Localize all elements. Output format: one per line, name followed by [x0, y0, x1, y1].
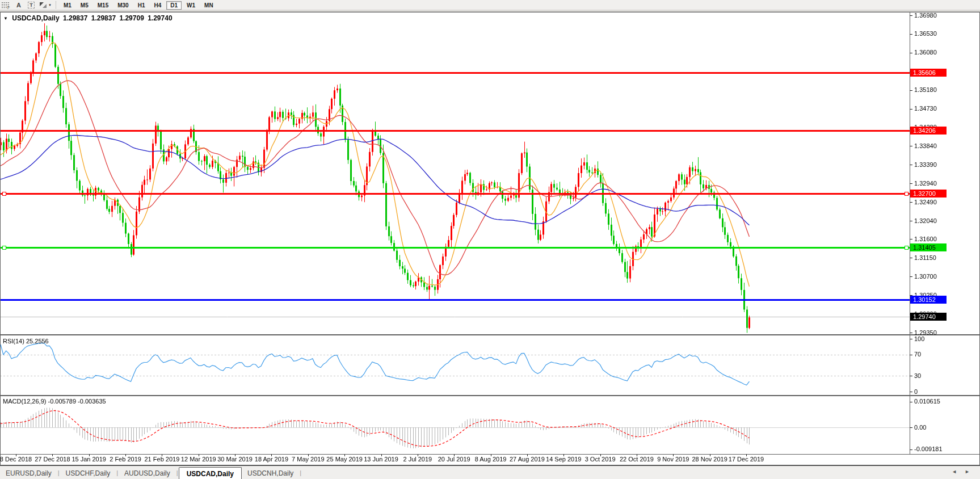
price-tick-label: 1.31600 — [914, 236, 937, 242]
timeframe-button-group: M1M5M15M30H1H4D1W1MN — [59, 2, 218, 9]
macd-tick-label: -0.009181 — [914, 446, 943, 452]
date-tick-label: 30 Mar 2019 — [217, 456, 253, 463]
symbol-tab-bar: EURUSD,Daily|USDCHF,Daily|AUDUSD,Daily|U… — [0, 465, 980, 479]
macd-indicator-name: MACD(12,26,9) — [3, 398, 46, 405]
tab-separator: | — [116, 469, 118, 476]
timeframe-button-D1[interactable]: D1 — [166, 1, 182, 10]
timeframe-button-H1[interactable]: H1 — [134, 1, 149, 10]
rsi-tick-label: 0 — [914, 388, 918, 395]
date-tick-label: 8 Aug 2019 — [475, 456, 507, 463]
tab-usdcad[interactable]: USDCAD,Daily — [179, 467, 242, 479]
tab-scroll-arrows: ◄► — [952, 469, 978, 474]
timeframe-button-M15[interactable]: M15 — [94, 1, 112, 10]
price-tick-label: 1.33840 — [914, 142, 937, 149]
price-tick-label: 1.32940 — [914, 180, 937, 187]
date-tick-label: 8 Dec 2018 — [0, 456, 32, 463]
text-box-icon[interactable]: T — [26, 1, 36, 9]
timeframe-button-M1[interactable]: M1 — [60, 1, 75, 10]
current-price-badge: 1.29740 — [910, 313, 947, 321]
timeframe-button-M30[interactable]: M30 — [113, 1, 132, 10]
date-tick-label: 14 Sep 2019 — [546, 456, 581, 463]
quote-close: 1.29740 — [148, 14, 172, 22]
chart-collapse-icon[interactable]: ▼ — [3, 16, 8, 21]
date-tick-label: 7 May 2019 — [292, 456, 324, 463]
toolbar-separator — [56, 1, 56, 9]
macd-indicator-value-main: -0.005789 — [48, 398, 76, 405]
macd-tick-label: 0.010615 — [914, 398, 940, 405]
price-tick-label: 1.31150 — [914, 254, 936, 261]
tab-separator: | — [58, 469, 60, 476]
date-tick-label: 21 Feb 2019 — [145, 456, 180, 463]
top-toolbar: F A T ▼ M1M5M15M30H1H4D1W1MN — [0, 0, 980, 10]
tab-scroll-right-icon[interactable]: ► — [965, 469, 978, 474]
rsi-pane-label: RSI(14) 25.2556 — [3, 338, 49, 344]
price-tick-label: 1.34730 — [914, 105, 937, 112]
rsi-tick-label: 100 — [914, 335, 924, 342]
timeframe-button-W1[interactable]: W1 — [183, 1, 199, 10]
timeframe-button-MN[interactable]: MN — [200, 1, 217, 10]
date-tick-label: 9 Nov 2019 — [657, 456, 689, 463]
date-tick-label: 15 Jan 2019 — [71, 456, 106, 463]
date-tick-label: 25 May 2019 — [326, 456, 363, 463]
tab-separator: | — [300, 469, 301, 476]
tab-audusd[interactable]: AUDUSD,Daily — [119, 467, 176, 479]
date-tick-label: 27 Aug 2019 — [510, 456, 545, 463]
quote-open: 1.29837 — [63, 14, 87, 22]
tab-eurusd[interactable]: EURUSD,Daily — [0, 467, 57, 479]
text-label-icon[interactable]: A — [14, 1, 24, 9]
date-tick-label: 20 Jul 2019 — [438, 456, 470, 463]
date-tick-label: 2 Feb 2019 — [110, 456, 141, 463]
price-tick-label: 1.33390 — [914, 161, 937, 168]
date-tick-label: 27 Dec 2018 — [35, 456, 70, 463]
price-tick-label: 1.32490 — [914, 199, 937, 205]
arrows-dropdown-caret[interactable]: ▼ — [48, 3, 52, 7]
date-tick-label: 22 Oct 2019 — [620, 456, 654, 463]
rsi-tick-label: 30 — [914, 372, 921, 379]
chart-canvas[interactable] — [0, 0, 980, 479]
date-tick-label: 3 Oct 2019 — [585, 456, 616, 463]
text-box-glyph: T — [28, 2, 35, 9]
text-label-glyph: A — [16, 2, 21, 9]
tab-scroll-left-icon[interactable]: ◄ — [952, 469, 965, 474]
rsi-indicator-value: 25.2556 — [26, 338, 49, 344]
price-tick-label: 1.36530 — [914, 30, 937, 37]
hline-price-badge[interactable]: 1.34206 — [910, 127, 947, 135]
fibonacci-retracement-icon[interactable]: F — [1, 1, 11, 9]
terminal-window: F A T ▼ M1M5M15M30H1H4D1W1MN ▼ USDCAD,Da… — [0, 0, 980, 479]
rsi-tick-label: 70 — [914, 351, 921, 358]
date-tick-label: 28 Nov 2019 — [692, 456, 727, 463]
tab-separator: | — [176, 469, 178, 476]
tab-usdcnh[interactable]: USDCNH,Daily — [242, 467, 299, 479]
date-tick-label: 17 Dec 2019 — [729, 456, 764, 463]
date-tick-label: 2 Jul 2019 — [403, 456, 432, 463]
chart-symbol-label: USDCAD,Daily — [12, 14, 59, 22]
quote-low: 1.29709 — [119, 14, 144, 22]
macd-pane-label: MACD(12,26,9) -0.005789 -0.003635 — [3, 398, 106, 405]
price-tick-label: 1.30700 — [914, 273, 937, 280]
chart-title: ▼ USDCAD,Daily 1.29837 1.29837 1.29709 1… — [3, 14, 174, 22]
macd-tick-label: 0.00 — [914, 424, 926, 431]
hline-price-badge[interactable]: 1.31405 — [910, 243, 947, 251]
svg-text:F: F — [7, 6, 10, 9]
price-tick-label: 1.36980 — [914, 12, 937, 19]
hline-price-badge[interactable]: 1.32700 — [910, 190, 947, 198]
price-tick-label: 1.32040 — [914, 217, 937, 224]
macd-indicator-value-signal: -0.003635 — [78, 398, 106, 405]
arrows-icon[interactable]: ▼ — [39, 1, 52, 9]
hline-price-badge[interactable]: 1.35606 — [910, 69, 947, 77]
rsi-indicator-name: RSI(14) — [3, 338, 24, 344]
hline-price-badge[interactable]: 1.30152 — [910, 296, 947, 304]
timeframe-button-H4[interactable]: H4 — [150, 1, 165, 10]
price-tick-label: 1.35180 — [914, 86, 937, 93]
date-tick-label: 13 Jun 2019 — [364, 456, 398, 463]
date-tick-label: 12 Mar 2019 — [181, 456, 216, 463]
price-tick-label: 1.36080 — [914, 49, 937, 56]
date-tick-label: 18 Apr 2019 — [255, 456, 288, 463]
quote-high: 1.29837 — [91, 14, 116, 22]
tab-usdchf[interactable]: USDCHF,Daily — [60, 467, 116, 479]
timeframe-button-M5[interactable]: M5 — [77, 1, 92, 10]
